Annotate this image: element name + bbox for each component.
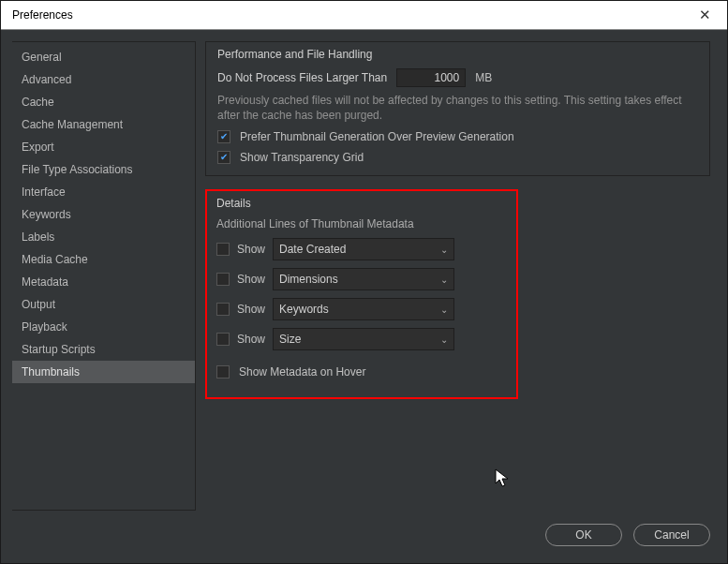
metadata-select-2[interactable]: Dimensions ⌄	[273, 268, 454, 290]
sidebar-item-startup-scripts[interactable]: Startup Scripts	[12, 338, 195, 361]
hover-row[interactable]: Show Metadata on Hover	[216, 365, 507, 378]
file-size-limit-label: Do Not Process Files Larger Than	[217, 71, 387, 84]
sidebar-item-export[interactable]: Export	[12, 136, 195, 158]
ok-button[interactable]: OK	[545, 524, 622, 546]
sidebar-item-output[interactable]: Output	[12, 293, 195, 316]
metadata-row-2: Show Dimensions ⌄	[216, 268, 507, 290]
chevron-down-icon: ⌄	[440, 334, 448, 345]
metadata-show-checkbox-3[interactable]	[216, 303, 230, 316]
metadata-select-value-3: Keywords	[279, 303, 329, 316]
metadata-select-4[interactable]: Size ⌄	[273, 328, 454, 350]
show-metadata-hover-label: Show Metadata on Hover	[239, 365, 365, 378]
sidebar-item-metadata[interactable]: Metadata	[12, 271, 195, 293]
prefer-thumb-label: Prefer Thumbnail Generation Over Preview…	[240, 130, 514, 143]
sidebar-item-interface[interactable]: Interface	[12, 181, 195, 203]
sidebar-item-labels[interactable]: Labels	[12, 226, 195, 248]
metadata-show-label: Show	[237, 243, 265, 256]
metadata-show-label: Show	[237, 303, 265, 316]
metadata-row-3: Show Keywords ⌄	[216, 298, 507, 320]
sidebar-item-playback[interactable]: Playback	[12, 316, 195, 338]
chevron-down-icon: ⌄	[440, 245, 448, 255]
dialog-body: General Advanced Cache Cache Management …	[1, 30, 727, 511]
sidebar-item-file-type-assoc[interactable]: File Type Associations	[12, 158, 195, 181]
metadata-select-value-1: Date Created	[279, 243, 346, 256]
performance-caption: Performance and File Handling	[217, 48, 698, 61]
sidebar-item-cache-management[interactable]: Cache Management	[12, 113, 195, 136]
sidebar-item-general[interactable]: General	[12, 46, 195, 68]
metadata-select-3[interactable]: Keywords ⌄	[273, 298, 454, 320]
sidebar-item-media-cache[interactable]: Media Cache	[12, 248, 195, 271]
file-size-limit-row: Do Not Process Files Larger Than MB	[217, 68, 698, 87]
chevron-down-icon: ⌄	[440, 275, 448, 285]
chevron-down-icon: ⌄	[440, 304, 448, 315]
metadata-row-4: Show Size ⌄	[216, 328, 507, 350]
file-size-limit-input[interactable]	[396, 68, 466, 87]
sidebar-item-thumbnails[interactable]: Thumbnails	[12, 361, 195, 383]
metadata-show-checkbox-2[interactable]	[216, 273, 230, 286]
performance-group: Performance and File Handling Do Not Pro…	[205, 41, 710, 176]
transparency-grid-label: Show Transparency Grid	[240, 151, 364, 164]
prefer-thumb-row[interactable]: Prefer Thumbnail Generation Over Preview…	[217, 130, 698, 143]
show-metadata-hover-checkbox[interactable]	[216, 365, 230, 378]
metadata-show-checkbox-1[interactable]	[216, 243, 230, 256]
transparency-grid-checkbox[interactable]	[217, 151, 230, 164]
details-group: Details Additional Lines of Thumbnail Me…	[205, 189, 518, 399]
metadata-select-value-4: Size	[279, 333, 301, 346]
sidebar-item-advanced[interactable]: Advanced	[12, 68, 195, 91]
details-caption: Details	[216, 197, 507, 210]
metadata-show-label: Show	[237, 273, 265, 286]
details-subcaption: Additional Lines of Thumbnail Metadata	[216, 217, 507, 230]
metadata-select-value-2: Dimensions	[279, 273, 338, 286]
category-sidebar: General Advanced Cache Cache Management …	[12, 41, 196, 511]
prefer-thumb-checkbox[interactable]	[217, 130, 230, 143]
dialog-footer: OK Cancel	[1, 511, 727, 563]
window-title: Preferences	[8, 8, 690, 22]
close-icon[interactable]: ✕	[690, 7, 720, 23]
metadata-row-1: Show Date Created ⌄	[216, 238, 507, 260]
metadata-show-checkbox-4[interactable]	[216, 333, 230, 346]
cache-note: Previously cached files will not be affe…	[217, 93, 698, 123]
sidebar-item-cache[interactable]: Cache	[12, 91, 195, 113]
metadata-show-label: Show	[237, 333, 265, 346]
sidebar-item-keywords[interactable]: Keywords	[12, 203, 195, 226]
titlebar: Preferences ✕	[1, 1, 727, 30]
metadata-select-1[interactable]: Date Created ⌄	[273, 238, 454, 260]
preferences-window: Preferences ✕ General Advanced Cache Cac…	[0, 0, 728, 564]
cancel-button[interactable]: Cancel	[633, 524, 710, 546]
transparency-grid-row[interactable]: Show Transparency Grid	[217, 151, 698, 164]
settings-panel: Performance and File Handling Do Not Pro…	[205, 41, 716, 511]
file-size-limit-unit: MB	[475, 71, 492, 84]
